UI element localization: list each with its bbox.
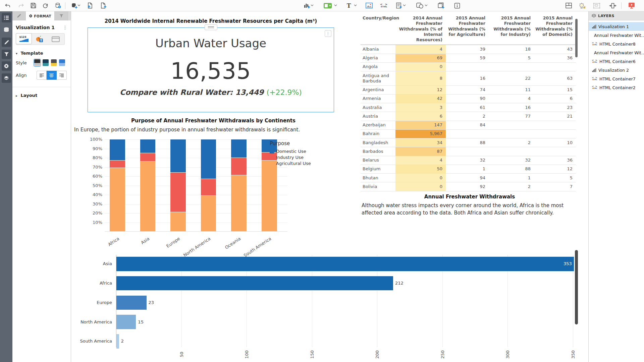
bar-segment-domestic-use[interactable]: [201, 139, 216, 179]
hbar-europe[interactable]: [116, 296, 147, 310]
bar-segment-domestic-use[interactable]: [170, 139, 186, 172]
stacked-bar[interactable]: [110, 139, 125, 231]
text-tool-button[interactable]: T: [344, 0, 354, 11]
add-form-chevron-icon[interactable]: [403, 4, 406, 6]
layer-item[interactable]: < >HTMLHTML Container2: [589, 83, 644, 92]
add-control-button[interactable]: [323, 0, 333, 11]
align-left-button[interactable]: [37, 71, 47, 80]
table-row[interactable]: Angola0: [361, 62, 576, 71]
bar-segment-industry-use[interactable]: [140, 153, 156, 161]
number-style-button[interactable]: $123: [16, 33, 32, 44]
bar-segment-agricultural-use[interactable]: [170, 212, 186, 231]
report-list-button[interactable]: [2, 13, 11, 22]
bar-segment-agricultural-use[interactable]: [231, 175, 247, 231]
align-center-button[interactable]: [47, 71, 57, 80]
bar-segment-domestic-use[interactable]: [231, 139, 247, 158]
style-chip-blue[interactable]: [59, 59, 65, 66]
table-row[interactable]: Belgium5018812: [361, 165, 576, 173]
selection-frame-button[interactable]: [592, 0, 602, 11]
hbar-africa[interactable]: [116, 276, 393, 291]
redo-button[interactable]: [16, 0, 26, 11]
save-button[interactable]: [28, 0, 38, 11]
horizontal-bar-chart[interactable]: 50100150200250300350Asia353Africa212Euro…: [116, 255, 574, 347]
layer-item[interactable]: Visualization 1: [589, 22, 644, 31]
col-2015-agriculture[interactable]: 2015 Annual Freshwater Withdrawals (% fo…: [446, 15, 489, 45]
table-row[interactable]: Australia3611623: [361, 103, 576, 112]
col-country[interactable]: Country/Region: [361, 15, 395, 45]
panel-menu-button[interactable]: ⋮: [63, 26, 67, 29]
tab-edit[interactable]: [12, 11, 26, 20]
stacked-bar[interactable]: [140, 139, 156, 231]
bar-segment-agricultural-use[interactable]: [262, 160, 277, 231]
table-row[interactable]: Austria627721: [361, 112, 576, 121]
import-page-button[interactable]: [85, 0, 95, 11]
add-data-chevron-icon[interactable]: [77, 4, 80, 6]
style-chip-teal[interactable]: [43, 59, 49, 66]
chart-text-style-button[interactable]: T: [32, 34, 48, 45]
stacked-bar[interactable]: [231, 139, 247, 231]
image-tool-button[interactable]: [364, 0, 374, 11]
layer-item[interactable]: Visualization 2: [589, 66, 644, 74]
template-section-header[interactable]: ▾ Template: [12, 45, 71, 57]
bar-segment-industry-use[interactable]: [110, 160, 125, 168]
table-row[interactable]: Azerbaijan14784: [361, 121, 576, 129]
bar-segment-industry-use[interactable]: [231, 158, 247, 175]
insights-button[interactable]: [577, 0, 587, 11]
edit-button[interactable]: [2, 38, 11, 47]
stacked-bar-chart[interactable]: 10%20%30%40%50%60%70%80%90%100%AfricaAsi…: [105, 139, 287, 232]
table-row[interactable]: Bosnia and Herzegovina015: [361, 191, 576, 191]
kpi-widget[interactable]: ⋮ Urban Water Usage 16,535 Compare with …: [88, 27, 334, 112]
countries-table[interactable]: Country/Region 2014 Annual Freshwater Wi…: [361, 15, 577, 191]
table-row[interactable]: Bolivia09227: [361, 182, 576, 191]
table-row[interactable]: Antigua and Barbuda8162263: [361, 71, 576, 86]
layer-item[interactable]: < >HTMLHTML Container8: [589, 40, 644, 48]
data-source-button[interactable]: [53, 0, 63, 11]
align-right-button[interactable]: [57, 71, 67, 80]
bar-segment-agricultural-use[interactable]: [110, 168, 125, 231]
layer-item[interactable]: Annual Freshwater Wit…: [589, 48, 644, 57]
table-row[interactable]: Bangladesh3488210: [361, 138, 576, 147]
html-tool-button[interactable]: < > HTML: [379, 0, 389, 11]
refresh-button[interactable]: [40, 0, 50, 11]
canvas-scrollbar[interactable]: [575, 250, 578, 324]
bar-segment-industry-use[interactable]: [201, 179, 216, 195]
data-button[interactable]: [2, 25, 11, 35]
bar-segment-agricultural-use[interactable]: [201, 195, 216, 231]
layer-item[interactable]: < >HTMLHTML Container7: [589, 74, 644, 83]
stacked-bar[interactable]: [201, 139, 216, 231]
fit-screen-button[interactable]: [608, 0, 618, 11]
tab-filter[interactable]: [55, 11, 68, 20]
widget-menu-button[interactable]: ⋮: [325, 30, 331, 37]
layer-item[interactable]: Annual Freshwater Wit…: [589, 31, 644, 40]
bar-segment-agricultural-use[interactable]: [140, 161, 156, 231]
shapes-button[interactable]: [415, 0, 425, 11]
table-info-button[interactable]: [452, 0, 462, 11]
add-container-button[interactable]: [436, 0, 446, 11]
hbar-south-america[interactable]: [116, 334, 119, 349]
table-row[interactable]: Algeria6959536: [361, 54, 576, 62]
filter-tool-button[interactable]: [2, 50, 11, 59]
widget-drag-handle[interactable]: [205, 24, 217, 30]
style-chip-dark[interactable]: [34, 59, 40, 66]
layout-button[interactable]: [564, 0, 574, 11]
layout-section-header[interactable]: ▸ Layout: [12, 87, 71, 99]
tab-format[interactable]: FORMAT: [26, 11, 55, 20]
table-row[interactable]: Barbados87: [361, 147, 576, 156]
legend-item[interactable]: Industry Use: [270, 155, 311, 160]
layer-item[interactable]: < >HTMLHTML Container6: [589, 57, 644, 66]
table-scrollbar[interactable]: [575, 19, 578, 57]
legend-item[interactable]: Domestic Use: [270, 149, 311, 154]
bar-segment-domestic-use[interactable]: [110, 139, 125, 160]
table-row[interactable]: Bahrain5,967: [361, 129, 576, 138]
table-row[interactable]: Albania4391843: [361, 45, 576, 54]
bar-segment-industry-use[interactable]: [170, 172, 186, 212]
table-row[interactable]: Belarus4323236: [361, 156, 576, 165]
table-row[interactable]: Bhutan09415: [361, 174, 576, 182]
container-style-button[interactable]: [48, 34, 64, 45]
table-row[interactable]: Argentina12741115: [361, 85, 576, 94]
add-control-chevron-icon[interactable]: [334, 4, 337, 6]
col-2015-industry[interactable]: 2015 Annual Freshwater Withdrawals (% fo…: [489, 15, 534, 45]
add-chart-chevron-icon[interactable]: [311, 4, 314, 6]
text-tool-chevron-icon[interactable]: [354, 4, 357, 6]
stacked-bar[interactable]: [170, 139, 186, 231]
